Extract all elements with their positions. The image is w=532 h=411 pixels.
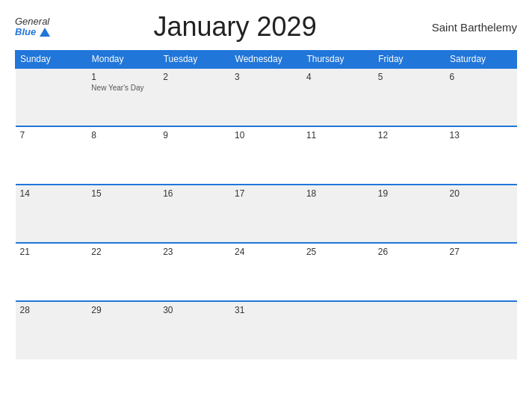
day-number: 6 [450,72,513,82]
week-row-2: 14151617181920 [16,185,517,243]
day-number: 12 [378,130,441,140]
day-number: 24 [235,247,297,257]
month-title: January 2029 [50,11,420,43]
day-number: 11 [306,130,369,140]
day-number: 3 [235,72,297,82]
day-number: 21 [20,247,83,257]
calendar-cell: 13 [445,126,517,185]
calendar-cell: 23 [158,243,230,301]
event-label: New Year's Day [91,84,154,92]
calendar-cell: 22 [87,243,158,301]
calendar-cell: 20 [445,185,517,243]
calendar-header: General Blue January 2029 Saint Barthele… [15,11,517,43]
calendar-grid: SundayMondayTuesdayWednesdayThursdayFrid… [15,50,517,359]
day-number: 26 [378,247,441,257]
day-number: 4 [306,72,369,82]
day-number: 23 [163,247,226,257]
day-number: 19 [378,188,441,199]
calendar-cell: 16 [158,185,230,243]
calendar-cell: 4 [302,68,374,126]
calendar-cell: 3 [230,68,302,126]
calendar-cell: 5 [374,68,445,126]
day-number: 13 [450,130,513,140]
calendar-cell: 9 [158,126,230,185]
calendar-cell: 30 [158,301,230,359]
day-number: 27 [450,247,513,257]
day-number: 8 [91,130,154,140]
day-number: 17 [235,188,297,199]
weekday-header-friday: Friday [374,51,445,69]
weekday-header-thursday: Thursday [302,51,374,69]
calendar-cell: 8 [87,126,158,185]
weekday-header-monday: Monday [87,51,158,69]
day-number: 14 [20,188,83,199]
weekday-header-tuesday: Tuesday [158,51,230,69]
day-number: 18 [306,188,369,199]
logo-blue-text: Blue [15,27,50,37]
calendar-cell: 18 [302,185,374,243]
day-number: 28 [20,305,83,315]
day-number: 22 [91,247,154,257]
calendar-cell: 21 [16,243,87,301]
day-number: 25 [306,247,369,257]
calendar-cell [302,301,374,359]
week-row-3: 21222324252627 [16,243,517,301]
calendar-container: General Blue January 2029 Saint Barthele… [0,0,532,411]
day-number: 20 [450,188,513,199]
logo: General Blue [15,16,50,38]
calendar-cell [374,301,445,359]
calendar-cell: 25 [302,243,374,301]
day-number: 2 [163,72,226,82]
calendar-cell: 24 [230,243,302,301]
weekday-header-sunday: Sunday [16,51,87,69]
weekday-header-wednesday: Wednesday [230,51,302,69]
day-number: 16 [163,188,226,199]
calendar-cell: 11 [302,126,374,185]
calendar-cell: 6 [445,68,517,126]
week-row-0: 1New Year's Day23456 [16,68,517,126]
logo-triangle-icon [40,28,50,37]
day-number: 15 [91,188,154,199]
week-row-1: 78910111213 [16,126,517,185]
day-number: 29 [91,305,154,315]
logo-general-text: General [15,16,49,27]
day-number: 5 [378,72,441,82]
calendar-cell: 31 [230,301,302,359]
calendar-cell: 27 [445,243,517,301]
day-number: 1 [91,72,154,82]
weekday-header-saturday: Saturday [445,51,517,69]
calendar-cell: 10 [230,126,302,185]
region-label: Saint Barthelemy [420,21,517,34]
day-number: 31 [235,305,297,315]
calendar-cell: 19 [374,185,445,243]
calendar-cell: 28 [16,301,87,359]
calendar-cell: 14 [16,185,87,243]
day-number: 9 [163,130,226,140]
day-number: 30 [163,305,226,315]
calendar-cell [445,301,517,359]
calendar-cell [16,68,87,126]
weekday-header-row: SundayMondayTuesdayWednesdayThursdayFrid… [16,51,517,69]
week-row-4: 28293031 [16,301,517,359]
calendar-cell: 12 [374,126,445,185]
calendar-cell: 29 [87,301,158,359]
calendar-cell: 1New Year's Day [87,68,158,126]
day-number: 10 [235,130,297,140]
calendar-cell: 7 [16,126,87,185]
calendar-cell: 17 [230,185,302,243]
calendar-cell: 15 [87,185,158,243]
day-number: 7 [20,130,83,140]
calendar-cell: 2 [158,68,230,126]
calendar-cell: 26 [374,243,445,301]
